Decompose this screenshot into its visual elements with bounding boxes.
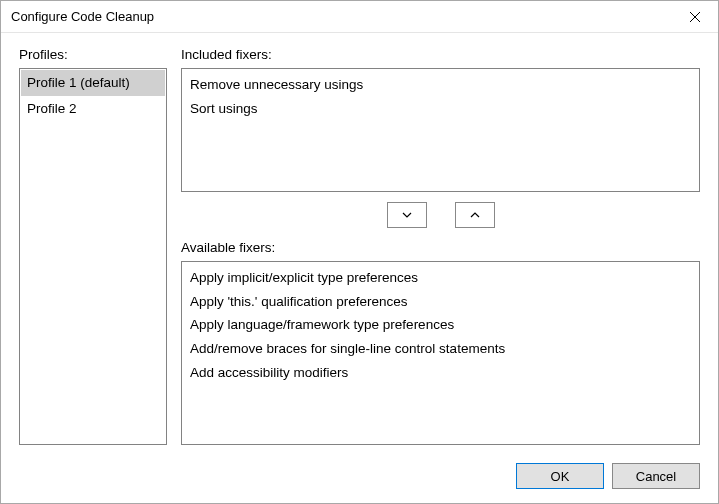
dialog-footer: OK Cancel (1, 453, 718, 503)
dialog-window: Configure Code Cleanup Profiles: Profile… (0, 0, 719, 504)
included-fixer-item[interactable]: Sort usings (188, 97, 693, 121)
window-title: Configure Code Cleanup (11, 9, 154, 24)
available-fixer-item[interactable]: Apply language/framework type preference… (188, 313, 693, 337)
fixers-column: Included fixers: Remove unnecessary usin… (181, 47, 700, 445)
chevron-up-icon (470, 212, 480, 218)
available-fixer-item[interactable]: Apply implicit/explicit type preferences (188, 266, 693, 290)
move-down-button[interactable] (387, 202, 427, 228)
profiles-label: Profiles: (19, 47, 167, 62)
content-area: Profiles: Profile 1 (default)Profile 2 I… (1, 33, 718, 453)
ok-button[interactable]: OK (516, 463, 604, 489)
available-fixer-item[interactable]: Add accessibility modifiers (188, 361, 693, 385)
move-buttons-row (181, 192, 700, 240)
profiles-listbox[interactable]: Profile 1 (default)Profile 2 (19, 68, 167, 445)
profile-item[interactable]: Profile 1 (default) (21, 70, 165, 96)
available-fixer-item[interactable]: Apply 'this.' qualification preferences (188, 290, 693, 314)
profiles-column: Profiles: Profile 1 (default)Profile 2 (19, 47, 167, 445)
close-icon (690, 12, 700, 22)
available-label: Available fixers: (181, 240, 700, 255)
titlebar: Configure Code Cleanup (1, 1, 718, 33)
included-fixer-item[interactable]: Remove unnecessary usings (188, 73, 693, 97)
move-up-button[interactable] (455, 202, 495, 228)
available-fixers-listbox[interactable]: Apply implicit/explicit type preferences… (181, 261, 700, 445)
included-fixers-listbox[interactable]: Remove unnecessary usingsSort usings (181, 68, 700, 192)
chevron-down-icon (402, 212, 412, 218)
included-label: Included fixers: (181, 47, 700, 62)
available-fixer-item[interactable]: Add/remove braces for single-line contro… (188, 337, 693, 361)
close-button[interactable] (672, 1, 718, 32)
cancel-button[interactable]: Cancel (612, 463, 700, 489)
profile-item[interactable]: Profile 2 (21, 96, 165, 122)
available-section: Available fixers: Apply implicit/explici… (181, 240, 700, 445)
